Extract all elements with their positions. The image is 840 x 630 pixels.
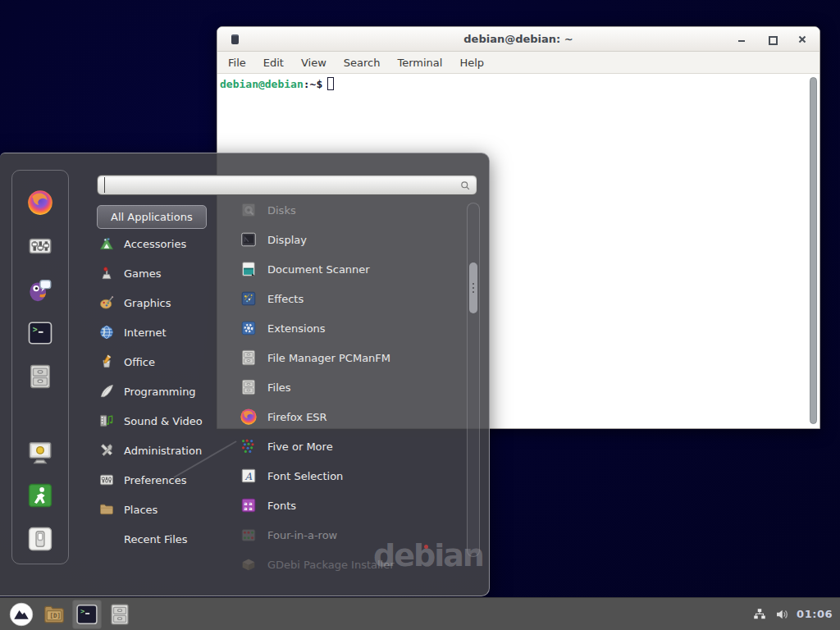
- terminal-menubar: FileEditViewSearchTerminalHelp: [217, 52, 819, 74]
- taskbar-clock: 01:06: [797, 608, 833, 620]
- search-box: [97, 175, 477, 195]
- category-games[interactable]: Games: [95, 258, 236, 288]
- effects-icon: [240, 290, 258, 308]
- category-label: Administration: [124, 445, 202, 457]
- prompt-suffix: :~$: [304, 78, 322, 90]
- category-administration[interactable]: Administration: [95, 436, 236, 465]
- app-label: Fonts: [267, 500, 296, 512]
- favorite-file-cabinet[interactable]: [26, 363, 54, 390]
- prompt-user: debian@debian: [220, 78, 304, 90]
- category-preferences[interactable]: Preferences: [95, 465, 236, 495]
- category-office[interactable]: Office: [95, 347, 236, 377]
- favorite-terminal[interactable]: >: [26, 319, 54, 347]
- firefox-icon: [26, 189, 54, 217]
- app-label: Four-in-a-row: [267, 529, 337, 541]
- category-sound-video[interactable]: Sound & Video: [95, 406, 236, 436]
- app-effects[interactable]: Effects: [236, 284, 466, 313]
- administration-icon: [98, 442, 115, 459]
- terminal-scrollbar[interactable]: [810, 77, 817, 424]
- control-center-icon: [26, 232, 54, 260]
- app-label: File Manager PCManFM: [267, 352, 390, 364]
- internet-icon: [98, 324, 115, 340]
- games-icon: [98, 265, 115, 281]
- app-disks[interactable]: Disks: [236, 195, 466, 225]
- file-cabinet-icon: [240, 349, 258, 367]
- maximize-button[interactable]: [766, 34, 778, 45]
- app-firefox-esr[interactable]: Firefox ESR: [236, 402, 466, 431]
- app-list: DisksDisplayDocument ScannerEffectsExten…: [236, 195, 466, 579]
- app-label: Extensions: [267, 322, 326, 335]
- favorite-shutdown[interactable]: [26, 525, 54, 553]
- app-four-in-a-row[interactable]: Four-in-a-row: [236, 520, 466, 550]
- places-icon: [98, 501, 115, 518]
- app-font-selection[interactable]: AFont Selection: [236, 461, 466, 491]
- app-label: Files: [267, 381, 291, 394]
- svg-text:>: >: [33, 325, 38, 334]
- category-label: Recent Files: [124, 533, 188, 546]
- launcher-file-manager[interactable]: [D]: [39, 600, 69, 629]
- window-controls: [736, 27, 808, 52]
- folder-d-icon: [D]: [42, 602, 66, 627]
- app-file-manager-pcmanfm[interactable]: File Manager PCManFM: [236, 343, 466, 372]
- category-all-applications[interactable]: All Applications: [97, 205, 207, 229]
- app-label: Five or More: [267, 441, 333, 453]
- file-cabinet-icon: [240, 378, 258, 396]
- category-recent-files[interactable]: Recent Files: [95, 524, 236, 554]
- app-gdebi-package-installer[interactable]: GDebi Package Installer: [236, 550, 466, 579]
- category-places[interactable]: Places: [95, 495, 236, 524]
- app-files[interactable]: Files: [236, 372, 466, 402]
- app-display[interactable]: Display: [236, 225, 466, 254]
- app-list-scrollbar-thumb[interactable]: [469, 262, 477, 313]
- category-programming[interactable]: Programming: [95, 377, 236, 406]
- menubar-item-edit[interactable]: Edit: [262, 57, 285, 69]
- volume-tray-icon[interactable]: [774, 607, 789, 622]
- extensions-icon: [240, 319, 258, 337]
- app-label: Display: [267, 234, 307, 246]
- scrollbar-grip: [472, 283, 474, 293]
- app-document-scanner[interactable]: Document Scanner: [236, 254, 466, 284]
- launcher-menu[interactable]: [7, 600, 36, 629]
- favorite-logout[interactable]: [26, 482, 54, 509]
- font-selection-icon: A: [240, 467, 258, 485]
- category-label: Sound & Video: [124, 415, 203, 427]
- menubar-item-terminal[interactable]: Terminal: [395, 57, 444, 69]
- shutdown-icon: [26, 525, 54, 553]
- category-label: All Applications: [111, 211, 193, 223]
- app-fonts[interactable]: a aa aFonts: [236, 491, 466, 520]
- minimize-button[interactable]: [736, 34, 747, 45]
- favorite-control-center[interactable]: [26, 232, 54, 260]
- file-cabinet-icon: [107, 602, 132, 627]
- app-list-scrollbar-track[interactable]: [467, 203, 480, 557]
- category-label: Programming: [124, 386, 196, 398]
- launcher-terminal[interactable]: >: [72, 600, 102, 629]
- favorite-pidgin[interactable]: [26, 276, 54, 304]
- menu-logo-icon: [9, 602, 34, 627]
- menubar-item-file[interactable]: File: [226, 57, 248, 69]
- launcher-files[interactable]: [105, 600, 135, 629]
- sound-video-icon: [98, 413, 115, 429]
- network-tray-icon[interactable]: [752, 607, 767, 622]
- category-graphics[interactable]: Graphics: [95, 288, 236, 317]
- menubar-item-view[interactable]: View: [299, 57, 328, 69]
- favorite-screensaver[interactable]: [26, 438, 54, 466]
- applications-menu: debian > All ApplicationsAccessoriesGame…: [0, 153, 490, 596]
- category-accessories[interactable]: Accessories: [95, 229, 236, 258]
- terminal-titlebar[interactable]: debian@debian: ~: [217, 27, 819, 52]
- document-scanner-icon: [240, 260, 258, 278]
- favorite-firefox[interactable]: [26, 189, 54, 217]
- terminal-icon: >: [75, 602, 99, 627]
- app-label: Font Selection: [267, 470, 343, 482]
- category-icon-placeholder: [98, 531, 115, 547]
- app-five-or-more[interactable]: Five or More: [236, 431, 466, 461]
- svg-text:>: >: [80, 607, 84, 615]
- close-button[interactable]: [797, 34, 808, 45]
- app-extensions[interactable]: Extensions: [236, 313, 466, 343]
- category-internet[interactable]: Internet: [95, 317, 236, 347]
- menubar-item-help[interactable]: Help: [458, 57, 486, 69]
- category-label: Office: [124, 356, 155, 368]
- app-search-input[interactable]: [104, 177, 449, 193]
- taskbar: [D]> 01:06: [0, 597, 840, 630]
- file-cabinet-icon: [26, 363, 54, 390]
- screensaver-icon: [26, 438, 54, 466]
- menubar-item-search[interactable]: Search: [342, 57, 382, 69]
